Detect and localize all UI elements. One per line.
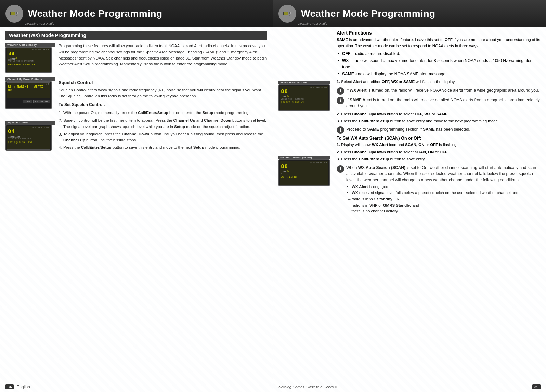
right-two-col: Select Weather Alert ROG GMRS Rx VHF 88 — [273, 27, 546, 219]
right-device2-display: ROG GMRS Rx VHF 88 ▁▂▃ ⚠ — [278, 159, 330, 186]
rd1-med: MED — [288, 98, 292, 100]
note2-icon: ℹ — [337, 97, 344, 104]
device1-seg: 88 — [8, 51, 49, 56]
rd2-vhf: VHF — [324, 161, 327, 164]
device1-med-label: MED — [16, 60, 20, 62]
squelch-steps: 1. With the power On, momentarily press … — [58, 110, 267, 152]
document-page: Weather Mode Programming Operating Your … — [0, 0, 546, 392]
rd1-alert: ⚠ — [287, 95, 289, 97]
device3-subtext: SET SQUELCH LEVEL — [8, 141, 49, 144]
squelch-header: Squelch Control — [58, 79, 267, 86]
d3-bars: ▁▂▃▄ — [8, 135, 14, 137]
alert-bullets-list: OFF - radio alerts are disabled. WX - ra… — [337, 51, 541, 77]
device2-display: VHF RS + MARINE + WEATI ND CALL ENT SETU… — [5, 81, 52, 109]
device1-lo-label: LO — [13, 60, 15, 62]
squelch-intro: Squelch Control filters weak signals and… — [58, 87, 267, 100]
right-device1-sub: SELECT ALERT WX — [281, 101, 327, 104]
rd1-hi: HI — [292, 98, 294, 100]
rd1-same: SAME — [295, 98, 300, 100]
note4-box: ℹ When WX Auto Search (SCAN) is set to O… — [337, 165, 541, 214]
d3-icon-row: ROG GMRS Rx VHF — [32, 127, 49, 129]
note2-text: If SAME Alert is turned on, the radio wi… — [346, 97, 541, 109]
left-header: Weather Mode Programming Operating Your … — [0, 0, 273, 27]
right-device2-seg: 88 — [281, 164, 327, 169]
device1-alert-icon: ⚠ — [15, 57, 17, 60]
d2-vhf-icon: VHF — [46, 83, 49, 85]
intro-text-block: Programming these features will allow yo… — [58, 43, 267, 73]
right-device2-label: WX Auto Search (SCAN) — [278, 156, 330, 159]
right-devices-col: Select Weather Alert ROG GMRS Rx VHF 88 — [278, 30, 333, 216]
device2-label: Channel Up/Down Buttons — [5, 77, 55, 81]
channel-updown-image: Channel Up/Down Buttons VHF RS + MARINE … — [5, 77, 55, 109]
device1-icon-row: ROG GMRS Rx VHF — [32, 48, 49, 50]
rog-icon: ROG — [32, 48, 37, 50]
divider1 — [5, 75, 267, 75]
rd1-rx: Rx — [321, 87, 323, 89]
rd2-gmrs: GMRS — [315, 161, 321, 164]
rd2-icon-row: ROG GMRS Rx VHF — [310, 161, 327, 164]
step4: 4. Press the Call/Enter/Setup button to … — [58, 145, 267, 151]
intro-text: Programming these features will allow yo… — [58, 43, 267, 67]
rd1-mem: MEM — [301, 98, 305, 100]
d3-rog: ROG — [32, 127, 37, 129]
d3-lo: LO — [12, 138, 15, 140]
note4-bullets: WX Alert is engaged. WX received signal … — [346, 184, 541, 196]
note1-icon: ℹ — [337, 87, 344, 95]
note3-box: ℹ Proceed to SAME programming section if… — [337, 126, 541, 134]
device1-mem-label: MEM — [29, 60, 34, 62]
svg-rect-9 — [284, 12, 288, 15]
note3-text: Proceed to SAME programming section if S… — [346, 126, 470, 134]
step3: 3. To adjust your squelch, press the Cha… — [58, 131, 267, 144]
rd2-rog: ROG — [310, 161, 315, 164]
device1-vox-label: VOX — [8, 60, 12, 62]
weather-alert-standby-image: Weather Alert Standby ROG GMRS Rx VHF 88 — [5, 43, 55, 73]
vhf-icon: VHF — [46, 48, 49, 50]
note3-icon: ℹ — [337, 126, 344, 134]
right-device1-seg: 88 — [281, 89, 327, 94]
right-device1-display: ROG GMRS Rx VHF 88 ▁▂▃ ⚠ — [278, 84, 330, 111]
right-header: Weather Mode Programming Operating Your … — [273, 0, 546, 27]
left-header-title: Weather Mode Programming — [28, 8, 162, 19]
note2-box: ℹ If SAME Alert is turned on, the radio … — [337, 97, 541, 109]
rd1-bars: ▁▂▃ — [281, 95, 286, 97]
svg-point-8 — [289, 15, 290, 16]
rd1-lo: LO — [285, 98, 288, 100]
rd2-alert: ⚠ — [287, 170, 289, 172]
device2-setup-btn: ENT SETUP — [33, 100, 50, 103]
device1-hi-label: HI — [21, 60, 23, 62]
svg-point-3 — [16, 15, 17, 16]
step1-text: 1. Select Alert and either OFF, WX or SA… — [337, 79, 541, 85]
footer-page-number: 34 — [5, 384, 14, 389]
step2-text: 2. Press Channel Up/Down button to selec… — [337, 111, 541, 117]
right-device1-label: Select Weather Alert — [278, 81, 330, 84]
right-logo — [278, 5, 296, 23]
rd2-rx: Rx — [321, 161, 323, 164]
rd2-i: I — [285, 173, 285, 175]
device3-label: Squelch Control — [5, 121, 55, 125]
bullet-wx-alert: WX Alert is engaged. — [346, 184, 541, 190]
footer-lang: English — [16, 384, 30, 389]
note4-dash2: – radio is in VHF or GMRS Standby and th… — [346, 202, 541, 214]
right-device2-sub: WX SCAN ON — [281, 176, 327, 179]
step3-text: 3. Press the Call/Enter/Setup button to … — [337, 118, 541, 125]
same-bold: SAME — [337, 38, 348, 42]
d3-mem: MEM — [28, 138, 32, 140]
device1-display: ROG GMRS Rx VHF 88 ▁▂▃▄ ⚠ VOX — [5, 47, 52, 73]
device1-label: Weather Alert Standby — [5, 43, 55, 47]
device1-subtext: WEATHER STANDBY — [8, 63, 49, 66]
device2-screen-sub: ND — [8, 88, 49, 92]
d3-rx: Rx — [43, 127, 45, 129]
rd1-icon-row: ROG GMRS Rx VHF — [310, 87, 327, 89]
device3-display: ROG GMRS Rx VHF 04 ▁▂▃▄ ▁▂▃ VO — [5, 125, 52, 151]
d3-same: SAME — [22, 138, 27, 140]
note4-dash1: – radio is in WX Standby OR — [346, 196, 541, 202]
right-device1-container: Select Weather Alert ROG GMRS Rx VHF 88 — [278, 81, 333, 111]
bullet-off: OFF - radio alerts are disabled. — [337, 51, 541, 57]
right-device2-container: WX Auto Search (SCAN) ROG GMRS Rx VHF 88 — [278, 156, 333, 186]
rd1-rog: ROG — [310, 87, 315, 89]
right-page: Weather Mode Programming Operating Your … — [273, 0, 546, 392]
device3-seg: 04 — [8, 129, 49, 134]
bullet-wx-signal: WX received signal level falls below a p… — [346, 190, 541, 196]
footer-tagline: Nothing Comes Close to a Cobra® — [278, 385, 337, 389]
svg-point-2 — [16, 12, 18, 14]
